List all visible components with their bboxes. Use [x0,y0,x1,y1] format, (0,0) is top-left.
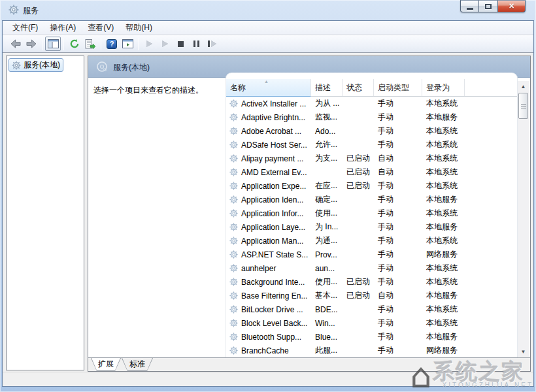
table-row[interactable]: BitLocker Drive ... BDE... 手动 本地系统 [226,302,517,316]
service-logon-as: 本地系统 [422,180,465,191]
service-description: Win... [311,319,343,328]
service-description: 为 In... [311,221,343,233]
table-row[interactable]: aunhelper aun... 手动 本地系统 [226,261,517,275]
column-header-name[interactable]: 名称 ▲ [226,79,311,97]
title-bar[interactable]: 服务 × [0,0,536,20]
start-service-button[interactable] [141,37,157,51]
service-description: 确定... [311,194,343,205]
service-gear-icon [229,346,238,355]
service-name: AMD External Ev... [241,168,307,177]
service-gear-icon [229,333,238,341]
scrollbar-thumb[interactable] [518,93,528,119]
show-action-pane-button[interactable] [120,37,135,51]
forward-button[interactable] [24,37,39,51]
table-row[interactable]: Application Man... 为通... 手动 本地系统 [226,234,517,248]
help-button[interactable]: ? [104,37,120,51]
scroll-down-button[interactable]: ▼ [518,346,529,357]
service-name: Background Inte... [241,278,305,287]
service-startup-type: 手动 [374,304,422,315]
tab-standard[interactable]: 标准 [122,358,153,371]
service-description: 在应... [311,180,343,191]
service-startup-type: 手动 [374,331,422,342]
service-gear-icon [229,195,238,204]
service-startup-type: 手动 [374,318,422,329]
table-row[interactable]: Bluetooth Supp... Blue... 手动 本地服务 [226,330,517,344]
service-startup-type: 手动 [374,98,422,109]
pane-title: 服务(本地) [113,62,150,73]
table-row[interactable]: Background Inte... 使用... 已启动 手动 本地系统 [226,275,517,289]
back-button[interactable] [8,37,24,51]
table-row[interactable]: ASP.NET State S... Prov... 手动 网络服务 [226,248,517,261]
service-startup-type: 手动 [374,112,422,123]
table-row[interactable]: ActiveX Installer ... 为从 ... 手动 本地系统 [226,97,517,110]
column-header-logon-as[interactable]: 登录为 [422,79,465,96]
service-gear-icon [229,305,238,314]
forward-icon [25,39,37,48]
service-startup-type: 自动 [374,167,422,178]
service-name: Application Expe... [241,182,306,191]
tab-extended[interactable]: 扩展 [91,358,121,371]
table-row[interactable]: Application Laye... 为 In... 手动 本地服务 [226,220,517,234]
close-button[interactable]: × [497,0,526,12]
service-gear-icon [229,264,238,272]
scroll-up-button[interactable]: ▲ [518,81,529,91]
service-startup-type: 手动 [374,345,422,356]
service-startup-type: 自动 [374,153,422,164]
service-gear-icon [229,250,238,259]
service-description: BDE... [311,305,343,314]
menu-help[interactable]: 帮助(H) [120,21,158,35]
column-header-description[interactable]: 描述 [311,79,343,96]
maximize-icon [485,4,492,9]
pause-service-button[interactable] [188,37,204,51]
service-logon-as: 本地系统 [422,318,465,329]
maximize-button[interactable] [479,0,497,12]
service-logon-as: 本地系统 [422,153,465,164]
refresh-button[interactable] [67,37,82,51]
show-console-tree-button[interactable] [45,37,61,51]
table-row[interactable]: Application Infor... 使用... 手动 本地系统 [226,206,517,220]
service-gear-icon [229,182,238,190]
stop-service-button[interactable] [173,37,188,51]
minimize-button[interactable] [460,0,479,12]
toolbar: ? [3,35,533,53]
table-row[interactable]: Application Expe... 在应... 已启动 手动 本地系统 [226,179,517,193]
services-window: 服务 × 文件(F) 操作(A) 查看(V) 帮助(H) [0,0,536,392]
menu-bar: 文件(F) 操作(A) 查看(V) 帮助(H) [3,21,533,35]
resume-service-icon [162,41,168,47]
table-row[interactable]: Alipay payment ... 为支... 已启动 自动 本地系统 [226,152,517,165]
table-row[interactable]: Application Iden... 确定... 手动 本地服务 [226,193,517,206]
menu-file[interactable]: 文件(F) [7,21,44,35]
vertical-scrollbar[interactable]: ▲ ▼ [518,81,529,357]
table-row[interactable]: Base Filtering En... 基本... 已启动 自动 本地服务 [226,289,517,302]
service-description: 基本... [311,290,343,301]
service-logon-as: 本地服务 [422,290,465,301]
table-row[interactable]: Block Level Back... Win... 手动 本地系统 [226,316,517,330]
service-startup-type: 手动 [374,208,422,219]
list-header-row: 名称 ▲ 描述 状态 启动类型 登录为 [226,73,517,97]
restart-service-button[interactable] [204,37,220,51]
service-name: aunhelper [241,264,276,273]
resume-service-button[interactable] [157,37,173,51]
service-name: Adaptive Brightn... [241,113,305,122]
tree-item-services-local[interactable]: 服务(本地) [8,58,63,72]
table-row[interactable]: ADSafe Host Ser... 允许... 手动 本地系统 [226,138,517,152]
service-logon-as: 网络服务 [422,249,465,260]
menu-view[interactable]: 查看(V) [82,21,120,35]
pause-service-icon [193,41,199,47]
service-logon-as: 本地服务 [422,112,465,123]
service-logon-as: 本地系统 [422,125,465,137]
table-row[interactable]: Adobe Acrobat ... Ado... 手动 本地系统 [226,124,517,138]
service-startup-type: 手动 [374,125,422,137]
table-row[interactable]: BranchCache 此服... 手动 网络服务 [226,344,517,357]
service-gear-icon [229,140,238,149]
table-row[interactable]: Adaptive Brightn... 监视... 手动 本地服务 [226,110,517,124]
start-service-icon [146,41,152,47]
table-row[interactable]: AMD External Ev... 已启动 自动 本地系统 [226,165,517,179]
window-title: 服务 [23,5,39,16]
column-header-startup-type[interactable]: 启动类型 [374,79,422,96]
service-status: 已启动 [343,180,374,191]
menu-action[interactable]: 操作(A) [44,21,82,35]
export-list-button[interactable] [82,37,98,51]
column-header-status[interactable]: 状态 [343,79,374,96]
service-startup-type: 手动 [374,249,422,260]
